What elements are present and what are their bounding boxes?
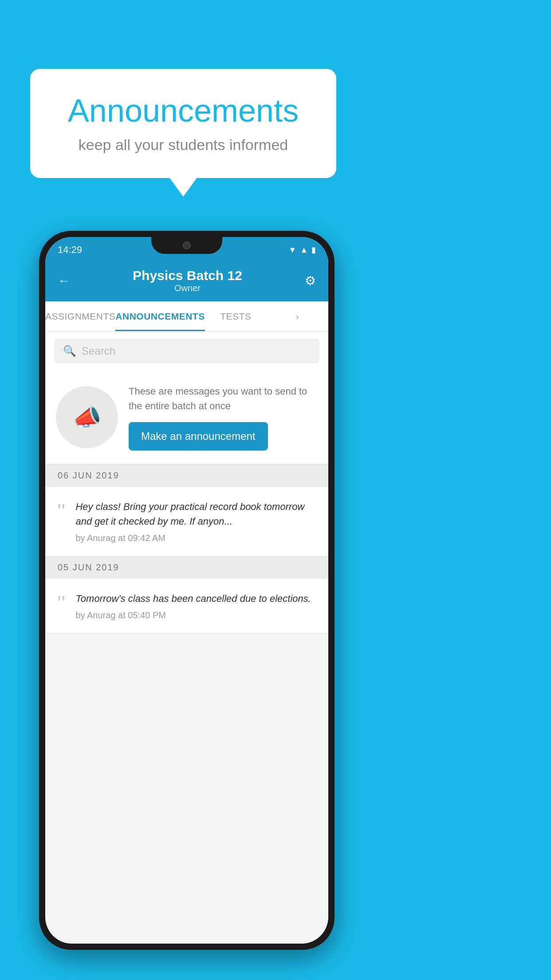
settings-icon[interactable]: ⚙	[305, 273, 316, 288]
prompt-description: These are messages you want to send to t…	[129, 384, 318, 413]
phone-screen: 14:29 ▼ ▲ ▮ ← Physics Batch 12 Owner ⚙ A…	[45, 237, 328, 944]
tab-more[interactable]: ›	[267, 301, 328, 331]
quote-icon-2: "	[56, 593, 67, 612]
date-divider-1: 06 JUN 2019	[45, 464, 328, 487]
speech-bubble-card: Announcements keep all your students inf…	[30, 69, 336, 178]
prompt-right: These are messages you want to send to t…	[129, 384, 318, 450]
announcement-meta-1: by Anurag at 09:42 AM	[75, 533, 318, 543]
megaphone-icon: 📣	[73, 404, 102, 431]
megaphone-circle: 📣	[56, 386, 118, 448]
announcement-content-2: Tomorrow's class has been cancelled due …	[75, 591, 318, 620]
signal-icon: ▲	[300, 245, 308, 255]
announcement-item-1[interactable]: " Hey class! Bring your practical record…	[45, 487, 328, 556]
battery-icon: ▮	[311, 245, 316, 255]
announcement-meta-2: by Anurag at 05:40 PM	[75, 610, 318, 620]
status-time: 14:29	[58, 244, 82, 256]
make-announcement-button[interactable]: Make an announcement	[129, 422, 268, 450]
search-input[interactable]: Search	[82, 345, 115, 357]
announcement-content-1: Hey class! Bring your practical record b…	[75, 499, 318, 543]
tab-announcements[interactable]: ANNOUNCEMENTS	[115, 301, 205, 331]
quote-icon-1: "	[56, 501, 67, 521]
date-divider-2: 05 JUN 2019	[45, 556, 328, 579]
search-container: 🔍 Search	[45, 332, 328, 371]
phone-notch	[151, 237, 222, 254]
announcement-item-2[interactable]: " Tomorrow's class has been cancelled du…	[45, 579, 328, 633]
header-subtitle: Owner	[133, 283, 242, 293]
search-icon: 🔍	[63, 345, 76, 357]
header-title: Physics Batch 12	[133, 268, 242, 283]
wifi-icon: ▼	[288, 245, 296, 255]
header-center: Physics Batch 12 Owner	[133, 268, 242, 293]
front-camera	[183, 241, 191, 249]
tab-assignments[interactable]: ASSIGNMENTS	[45, 301, 115, 331]
back-button[interactable]: ←	[58, 274, 70, 288]
announcement-text-1: Hey class! Bring your practical record b…	[75, 499, 318, 529]
tabs-bar: ASSIGNMENTS ANNOUNCEMENTS TESTS ›	[45, 301, 328, 332]
search-bar[interactable]: 🔍 Search	[54, 339, 319, 364]
announcement-text-2: Tomorrow's class has been cancelled due …	[75, 591, 318, 606]
app-header: ← Physics Batch 12 Owner ⚙	[45, 260, 328, 301]
announcement-prompt: 📣 These are messages you want to send to…	[45, 371, 328, 464]
phone-outer: 14:29 ▼ ▲ ▮ ← Physics Batch 12 Owner ⚙ A…	[39, 231, 335, 950]
tab-tests[interactable]: TESTS	[205, 301, 267, 331]
phone-mockup: 14:29 ▼ ▲ ▮ ← Physics Batch 12 Owner ⚙ A…	[39, 231, 335, 950]
speech-bubble: Announcements keep all your students inf…	[30, 69, 336, 178]
bubble-title: Announcements	[52, 93, 314, 128]
status-icons: ▼ ▲ ▮	[288, 245, 316, 255]
bubble-subtitle: keep all your students informed	[52, 136, 314, 154]
